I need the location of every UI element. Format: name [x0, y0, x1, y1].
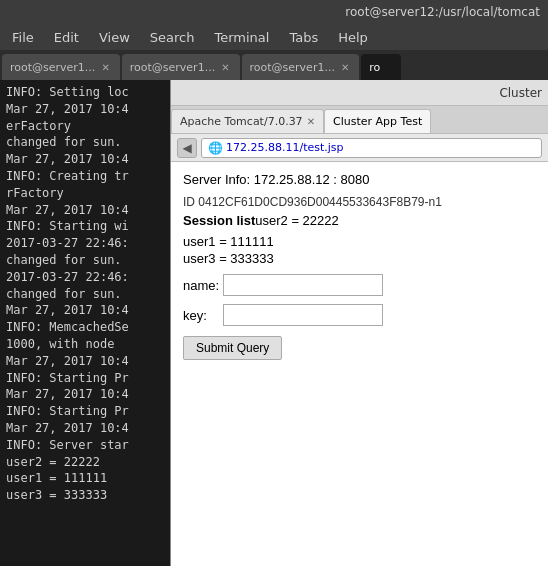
- key-label: key:: [183, 308, 223, 323]
- menu-edit[interactable]: Edit: [46, 28, 87, 47]
- menu-search[interactable]: Search: [142, 28, 203, 47]
- menu-bar: File Edit View Search Terminal Tabs Help: [0, 24, 548, 50]
- terminal-line-21: INFO: Server star: [6, 437, 164, 454]
- browser-tab-bar: Apache Tomcat/7.0.37 ✕ Cluster App Test: [171, 106, 548, 134]
- close-tab-0-icon[interactable]: ✕: [99, 62, 111, 73]
- terminal-line-1: Mar 27, 2017 10:4: [6, 101, 164, 118]
- session-id-line: ID 0412CF61D0CD936D00445533643F8B79-n1: [183, 195, 536, 209]
- terminal-line-7: Mar 27, 2017 10:4: [6, 202, 164, 219]
- menu-tabs[interactable]: Tabs: [281, 28, 326, 47]
- globe-icon: 🌐: [208, 141, 223, 155]
- terminal-line-9: 2017-03-27 22:46:: [6, 235, 164, 252]
- user2-inline: user2 = 22222: [255, 213, 338, 228]
- terminal-tab-1[interactable]: root@server1... ✕: [122, 54, 240, 80]
- server-info-line: Server Info: 172.25.88.12 : 8080: [183, 172, 536, 187]
- key-form-row: key:: [183, 304, 536, 326]
- terminal-line-19: INFO: Starting Pr: [6, 403, 164, 420]
- menu-terminal[interactable]: Terminal: [206, 28, 277, 47]
- name-input[interactable]: [223, 274, 383, 296]
- browser-panel: Cluster Apache Tomcat/7.0.37 ✕ Cluster A…: [170, 80, 548, 566]
- name-form-row: name:: [183, 274, 536, 296]
- terminal-line-23: user1 = 111111: [6, 470, 164, 487]
- terminal-line-5: INFO: Creating tr: [6, 168, 164, 185]
- close-browser-tab-0-icon[interactable]: ✕: [307, 116, 315, 127]
- terminal-line-18: Mar 27, 2017 10:4: [6, 386, 164, 403]
- terminal-tab-2[interactable]: root@server1... ✕: [242, 54, 360, 80]
- title-bar: root@server12:/usr/local/tomcat: [0, 0, 548, 24]
- user1-line: user1 = 111111: [183, 234, 536, 249]
- tab-label-2: root@server1...: [250, 61, 335, 74]
- terminal-tab-0[interactable]: root@server1... ✕: [2, 54, 120, 80]
- terminal-line-13: Mar 27, 2017 10:4: [6, 302, 164, 319]
- browser-chrome-title: Cluster: [499, 86, 542, 100]
- menu-help[interactable]: Help: [330, 28, 376, 47]
- terminal-line-20: Mar 27, 2017 10:4: [6, 420, 164, 437]
- terminal-line-14: INFO: MemcachedSe: [6, 319, 164, 336]
- menu-view[interactable]: View: [91, 28, 138, 47]
- session-list-label: Session list: [183, 213, 255, 228]
- terminal-tab-3[interactable]: ro: [361, 54, 401, 80]
- terminal-tab-bar: root@server1... ✕ root@server1... ✕ root…: [0, 50, 548, 80]
- url-input[interactable]: 🌐 172.25.88.11/test.jsp: [201, 138, 542, 158]
- user3-line: user3 = 333333: [183, 251, 536, 266]
- tab-label-1: root@server1...: [130, 61, 215, 74]
- title-text: root@server12:/usr/local/tomcat: [345, 5, 540, 19]
- close-tab-2-icon[interactable]: ✕: [339, 62, 351, 73]
- menu-file[interactable]: File: [4, 28, 42, 47]
- browser-tab-cluster-label: Cluster App Test: [333, 115, 422, 128]
- terminal-line-3: changed for sun.: [6, 134, 164, 151]
- submit-query-button[interactable]: Submit Query: [183, 336, 282, 360]
- browser-tab-tomcat[interactable]: Apache Tomcat/7.0.37 ✕: [171, 109, 324, 133]
- close-tab-1-icon[interactable]: ✕: [219, 62, 231, 73]
- terminal-line-24: user3 = 333333: [6, 487, 164, 504]
- terminal-line-12: changed for sun.: [6, 286, 164, 303]
- browser-tab-tomcat-label: Apache Tomcat/7.0.37: [180, 115, 303, 128]
- url-text: 172.25.88.11/test.jsp: [226, 141, 344, 154]
- browser-tab-cluster[interactable]: Cluster App Test: [324, 109, 431, 133]
- key-input[interactable]: [223, 304, 383, 326]
- tab-label-0: root@server1...: [10, 61, 95, 74]
- session-list-line: Session listuser2 = 22222: [183, 213, 536, 228]
- browser-chrome-bar: Cluster: [171, 80, 548, 106]
- terminal-line-0: INFO: Setting loc: [6, 84, 164, 101]
- terminal-line-17: INFO: Starting Pr: [6, 370, 164, 387]
- terminal-line-11: 2017-03-27 22:46:: [6, 269, 164, 286]
- terminal-line-10: changed for sun.: [6, 252, 164, 269]
- terminal-line-8: INFO: Starting wi: [6, 218, 164, 235]
- terminal-pane[interactable]: INFO: Setting loc Mar 27, 2017 10:4 erFa…: [0, 80, 170, 566]
- name-label: name:: [183, 278, 223, 293]
- tab-label-3: ro: [369, 61, 380, 74]
- terminal-line-4: Mar 27, 2017 10:4: [6, 151, 164, 168]
- browser-content: Server Info: 172.25.88.12 : 8080 ID 0412…: [171, 162, 548, 566]
- main-area: INFO: Setting loc Mar 27, 2017 10:4 erFa…: [0, 80, 548, 566]
- terminal-line-15: 1000, with node: [6, 336, 164, 353]
- address-bar: ◀ 🌐 172.25.88.11/test.jsp: [171, 134, 548, 162]
- back-button[interactable]: ◀: [177, 138, 197, 158]
- terminal-line-22: user2 = 22222: [6, 454, 164, 471]
- terminal-line-16: Mar 27, 2017 10:4: [6, 353, 164, 370]
- terminal-line-2: erFactory: [6, 118, 164, 135]
- terminal-line-6: rFactory: [6, 185, 164, 202]
